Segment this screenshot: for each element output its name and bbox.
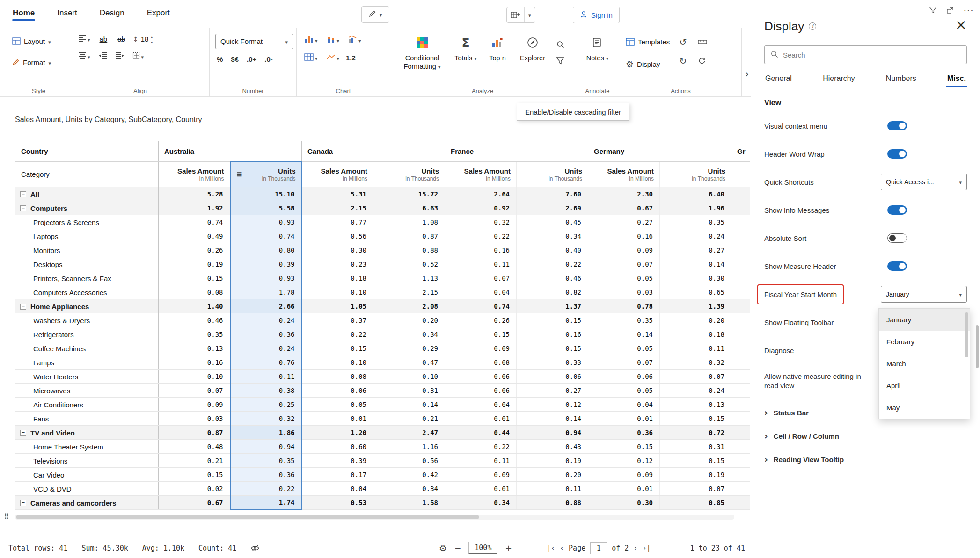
value-cell[interactable]: 1.08: [373, 215, 445, 229]
value-cell[interactable]: 0.36: [230, 327, 302, 341]
value-cell[interactable]: 0.14: [588, 327, 660, 341]
zoom-out-button[interactable]: [454, 544, 461, 553]
value-cell[interactable]: 0.15: [159, 271, 230, 285]
row-label[interactable]: Air Conditioners: [15, 398, 159, 412]
value-cell[interactable]: 0.09: [588, 243, 660, 257]
tab-design[interactable]: Design: [99, 7, 125, 22]
select-fiscal-year-start-month[interactable]: January: [881, 286, 967, 303]
value-cell[interactable]: 0.10: [373, 370, 445, 384]
value-cell[interactable]: 0.22: [230, 482, 302, 496]
increase-indent-button[interactable]: [114, 51, 126, 62]
font-size-stepper[interactable]: [151, 34, 153, 44]
value-cell[interactable]: 0.20: [373, 313, 445, 327]
value-cell[interactable]: 0.12: [588, 454, 660, 468]
borders-button[interactable]: [131, 51, 146, 62]
value-cell[interactable]: 1.96: [660, 201, 731, 215]
value-cell[interactable]: 0.35: [660, 215, 731, 229]
value-cell[interactable]: 0.03: [588, 285, 660, 299]
measure-header[interactable]: Sales Amountin Millions: [302, 162, 373, 187]
value-cell[interactable]: 0.48: [159, 440, 230, 454]
row-label[interactable]: TV and Video: [15, 426, 159, 440]
value-cell[interactable]: 0.22: [517, 257, 588, 271]
value-cell[interactable]: 0.30: [302, 243, 373, 257]
value-cell[interactable]: 2.47: [373, 426, 445, 440]
top-n-button[interactable]: Top n: [483, 33, 512, 73]
settings-gear-icon[interactable]: [439, 543, 447, 553]
redo-button[interactable]: [677, 53, 693, 69]
value-cell[interactable]: 0.18: [660, 327, 731, 341]
value-cell[interactable]: 0.34: [373, 482, 445, 496]
row-label[interactable]: Computers: [15, 201, 159, 215]
value-cell[interactable]: 0.34: [517, 229, 588, 243]
more-options-icon[interactable]: [963, 4, 973, 16]
value-cell[interactable]: 0.05: [588, 384, 660, 398]
collapse-icon[interactable]: [20, 205, 26, 211]
row-label[interactable]: Desktops: [15, 257, 159, 271]
value-cell[interactable]: 0.45: [517, 215, 588, 229]
value-cell[interactable]: 0.04: [588, 398, 660, 412]
value-cell[interactable]: 0.20: [660, 313, 731, 327]
value-cell[interactable]: 0.46: [517, 271, 588, 285]
value-cell[interactable]: 0.01: [588, 412, 660, 426]
value-cell[interactable]: 0.16: [159, 355, 230, 370]
search-button[interactable]: [554, 39, 566, 50]
collapse-icon[interactable]: [20, 430, 26, 436]
toggle-show-info-messages[interactable]: [887, 205, 907, 215]
value-cell[interactable]: 0.09: [159, 398, 230, 412]
value-cell[interactable]: 0.11: [445, 454, 517, 468]
row-label[interactable]: Fans: [15, 412, 159, 426]
conditional-formatting-button[interactable]: Conditional Formatting: [396, 33, 448, 73]
toggle-show-measure-header[interactable]: [887, 261, 907, 271]
value-cell[interactable]: 0.85: [660, 496, 731, 510]
value-cell[interactable]: 0.76: [230, 355, 302, 370]
value-cell[interactable]: 0.60: [302, 440, 373, 454]
value-cell[interactable]: 0.39: [302, 454, 373, 468]
value-cell[interactable]: 0.72: [660, 426, 731, 440]
value-cell[interactable]: 0.93: [230, 215, 302, 229]
panel-search[interactable]: [764, 45, 967, 64]
value-cell[interactable]: 0.19: [159, 257, 230, 271]
combo-chart-button[interactable]: [346, 34, 363, 46]
notes-button[interactable]: Notes: [584, 33, 611, 65]
value-cell[interactable]: 0.32: [230, 412, 302, 426]
tab-home[interactable]: Home: [12, 7, 35, 22]
value-cell[interactable]: 0.23: [302, 257, 373, 271]
toggle-header-word-wrap[interactable]: [887, 149, 907, 159]
value-cell[interactable]: 0.08: [302, 370, 373, 384]
value-cell[interactable]: 0.11: [517, 482, 588, 496]
value-cell[interactable]: 5.31: [302, 187, 373, 201]
value-cell[interactable]: 0.88: [373, 243, 445, 257]
value-cell[interactable]: 0.09: [445, 341, 517, 355]
value-cell[interactable]: 0.24: [660, 384, 731, 398]
value-cell[interactable]: 2.66: [230, 299, 302, 313]
font-size-control[interactable]: 18: [133, 34, 153, 44]
row-label[interactable]: Coffee Machines: [15, 341, 159, 355]
edit-mode-button[interactable]: [361, 6, 389, 23]
value-cell[interactable]: 0.17: [302, 468, 373, 482]
display-button[interactable]: Display: [626, 57, 670, 72]
value-cell[interactable]: 0.08: [159, 285, 230, 299]
value-cell[interactable]: 0.88: [517, 496, 588, 510]
step-down-icon[interactable]: [151, 39, 153, 44]
row-label[interactable]: Home Theater System: [15, 440, 159, 454]
value-cell[interactable]: 0.01: [445, 482, 517, 496]
value-cell[interactable]: 0.01: [588, 482, 660, 496]
decrease-decimal-button[interactable]: .0-: [264, 55, 273, 63]
value-cell[interactable]: 0.32: [445, 215, 517, 229]
dropdown-scrollbar[interactable]: [965, 312, 968, 357]
value-cell[interactable]: 0.44: [445, 426, 517, 440]
row-label[interactable]: Televisions: [15, 454, 159, 468]
value-cell[interactable]: 0.43: [517, 440, 588, 454]
table-visual-button[interactable]: [302, 52, 320, 64]
value-cell[interactable]: 0.09: [588, 468, 660, 482]
section-reading-view-tooltip[interactable]: Reading View Tooltip: [764, 448, 967, 471]
line-chart-button[interactable]: [324, 52, 342, 64]
value-cell[interactable]: 0.29: [373, 341, 445, 355]
refresh-button[interactable]: [696, 53, 712, 69]
value-cell[interactable]: 0.13: [660, 398, 731, 412]
sign-in-button[interactable]: Sign in: [573, 7, 620, 23]
value-cell[interactable]: 0.74: [159, 215, 230, 229]
collapse-icon[interactable]: [20, 304, 26, 310]
value-cell[interactable]: 0.15: [588, 440, 660, 454]
month-option-march[interactable]: March: [879, 353, 970, 375]
